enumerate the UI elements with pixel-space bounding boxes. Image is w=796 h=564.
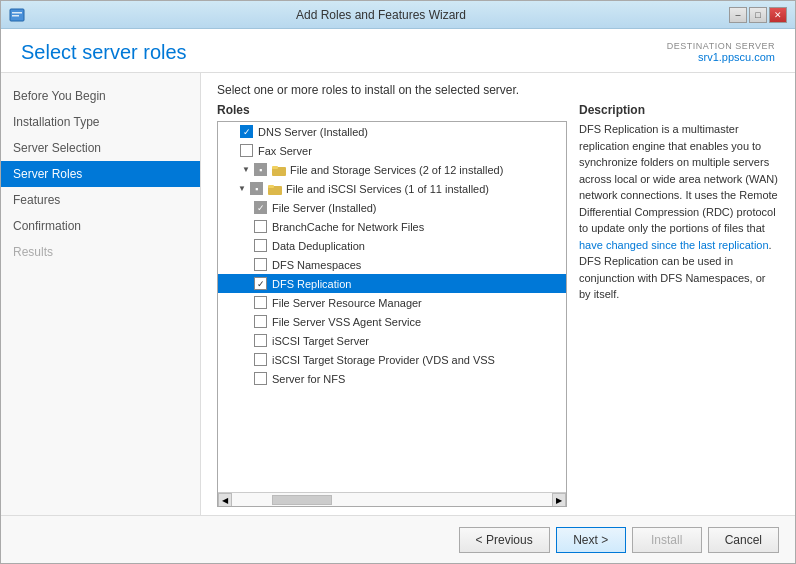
- role-item-server-nfs[interactable]: Server for NFS: [218, 369, 566, 388]
- sidebar-item-installation-type[interactable]: Installation Type: [1, 109, 200, 135]
- role-label-dfs-replication: DFS Replication: [272, 278, 351, 290]
- svg-rect-2: [12, 15, 19, 17]
- role-item-file-server[interactable]: ✓ File Server (Installed): [218, 198, 566, 217]
- roles-section: Roles ✓ DNS Server (Installed): [217, 103, 567, 507]
- checkbox-file-storage[interactable]: ▪: [254, 163, 267, 176]
- window-controls: – □ ✕: [729, 7, 787, 23]
- desc-highlight: have changed since the last replication: [579, 239, 769, 251]
- role-label-dns-server: DNS Server (Installed): [258, 126, 368, 138]
- window-title: Add Roles and Features Wizard: [33, 8, 729, 22]
- roles-label: Roles: [217, 103, 567, 117]
- checkbox-file-server[interactable]: ✓: [254, 201, 267, 214]
- roles-list-container: ✓ DNS Server (Installed) Fax Server: [217, 121, 567, 507]
- checkbox-server-nfs[interactable]: [254, 372, 267, 385]
- description-label: Description: [579, 103, 779, 117]
- role-item-file-storage[interactable]: ▼ ▪ File and Storage Services (2 of 12 i…: [218, 160, 566, 179]
- sidebar-item-server-roles[interactable]: Server Roles: [1, 161, 200, 187]
- scroll-thumb[interactable]: [272, 495, 332, 505]
- svg-rect-4: [272, 166, 278, 169]
- role-item-fax-server[interactable]: Fax Server: [218, 141, 566, 160]
- main-body: Roles ✓ DNS Server (Installed): [201, 103, 795, 515]
- role-label-file-iscsi: File and iSCSI Services (1 of 11 install…: [286, 183, 489, 195]
- role-label-server-nfs: Server for NFS: [272, 373, 345, 385]
- horizontal-scrollbar[interactable]: ◀ ▶: [218, 492, 566, 506]
- role-label-file-storage: File and Storage Services (2 of 12 insta…: [290, 164, 503, 176]
- main-panel: Select one or more roles to install on t…: [201, 73, 795, 515]
- checkbox-data-dedup[interactable]: [254, 239, 267, 252]
- role-item-dfs-replication[interactable]: ✓ DFS Replication: [218, 274, 566, 293]
- role-item-dns-server[interactable]: ✓ DNS Server (Installed): [218, 122, 566, 141]
- role-label-data-dedup: Data Deduplication: [272, 240, 365, 252]
- sidebar-item-confirmation[interactable]: Confirmation: [1, 213, 200, 239]
- destination-server-info: DESTINATION SERVER srv1.ppscu.com: [667, 41, 775, 63]
- sidebar-item-before-you-begin[interactable]: Before You Begin: [1, 83, 200, 109]
- checkbox-dfs-namespaces[interactable]: [254, 258, 267, 271]
- sidebar: Before You Begin Installation Type Serve…: [1, 73, 201, 515]
- restore-button[interactable]: □: [749, 7, 767, 23]
- role-label-iscsi-target: iSCSI Target Server: [272, 335, 369, 347]
- folder-icon-file-storage: [272, 164, 286, 176]
- window-icon: [9, 7, 25, 23]
- role-item-dfs-namespaces[interactable]: DFS Namespaces: [218, 255, 566, 274]
- svg-rect-1: [12, 12, 22, 14]
- cancel-button[interactable]: Cancel: [708, 527, 779, 553]
- role-item-vss[interactable]: File Server VSS Agent Service: [218, 312, 566, 331]
- role-label-file-server: File Server (Installed): [272, 202, 377, 214]
- description-text: DFS Replication is a multimaster replica…: [579, 121, 779, 303]
- page-header: Select server roles DESTINATION SERVER s…: [1, 29, 795, 73]
- page-title: Select server roles: [21, 41, 187, 64]
- footer: < Previous Next > Install Cancel: [1, 515, 795, 563]
- title-bar: Add Roles and Features Wizard – □ ✕: [1, 1, 795, 29]
- checkbox-dns-server[interactable]: ✓: [240, 125, 253, 138]
- server-name: srv1.ppscu.com: [667, 51, 775, 63]
- arrow-file-iscsi[interactable]: ▼: [236, 183, 248, 195]
- previous-button[interactable]: < Previous: [459, 527, 550, 553]
- close-button[interactable]: ✕: [769, 7, 787, 23]
- checkbox-fsrm[interactable]: [254, 296, 267, 309]
- sidebar-item-server-selection[interactable]: Server Selection: [1, 135, 200, 161]
- checkbox-file-iscsi[interactable]: ▪: [250, 182, 263, 195]
- main-window: Add Roles and Features Wizard – □ ✕ Sele…: [0, 0, 796, 564]
- role-item-iscsi-storage[interactable]: iSCSI Target Storage Provider (VDS and V…: [218, 350, 566, 369]
- scroll-left-button[interactable]: ◀: [218, 493, 232, 507]
- checkbox-dfs-replication[interactable]: ✓: [254, 277, 267, 290]
- role-item-branchcache[interactable]: BranchCache for Network Files: [218, 217, 566, 236]
- body: Before You Begin Installation Type Serve…: [1, 73, 795, 515]
- arrow-file-storage[interactable]: ▼: [240, 164, 252, 176]
- role-label-iscsi-storage: iSCSI Target Storage Provider (VDS and V…: [272, 354, 495, 366]
- role-label-fax-server: Fax Server: [258, 145, 312, 157]
- role-label-branchcache: BranchCache for Network Files: [272, 221, 424, 233]
- svg-rect-6: [268, 185, 274, 188]
- description-section: Description DFS Replication is a multima…: [579, 103, 779, 507]
- roles-scroll-area[interactable]: ✓ DNS Server (Installed) Fax Server: [218, 122, 566, 492]
- destination-label: DESTINATION SERVER: [667, 41, 775, 51]
- role-item-iscsi-target[interactable]: iSCSI Target Server: [218, 331, 566, 350]
- scroll-track[interactable]: [232, 493, 552, 506]
- scroll-right-button[interactable]: ▶: [552, 493, 566, 507]
- sidebar-item-features[interactable]: Features: [1, 187, 200, 213]
- minimize-button[interactable]: –: [729, 7, 747, 23]
- install-button[interactable]: Install: [632, 527, 702, 553]
- role-label-fsrm: File Server Resource Manager: [272, 297, 422, 309]
- folder-icon-file-iscsi: [268, 183, 282, 195]
- role-item-fsrm[interactable]: File Server Resource Manager: [218, 293, 566, 312]
- role-label-dfs-namespaces: DFS Namespaces: [272, 259, 361, 271]
- checkbox-iscsi-target[interactable]: [254, 334, 267, 347]
- instruction-text: Select one or more roles to install on t…: [217, 83, 779, 97]
- checkbox-vss[interactable]: [254, 315, 267, 328]
- next-button[interactable]: Next >: [556, 527, 626, 553]
- main-instruction-area: Select one or more roles to install on t…: [201, 73, 795, 103]
- sidebar-item-results: Results: [1, 239, 200, 265]
- checkbox-fax-server[interactable]: [240, 144, 253, 157]
- role-item-data-dedup[interactable]: Data Deduplication: [218, 236, 566, 255]
- checkbox-iscsi-storage[interactable]: [254, 353, 267, 366]
- role-item-file-iscsi[interactable]: ▼ ▪ File and iSCSI Services (1 of 11 ins…: [218, 179, 566, 198]
- role-label-vss: File Server VSS Agent Service: [272, 316, 421, 328]
- checkbox-branchcache[interactable]: [254, 220, 267, 233]
